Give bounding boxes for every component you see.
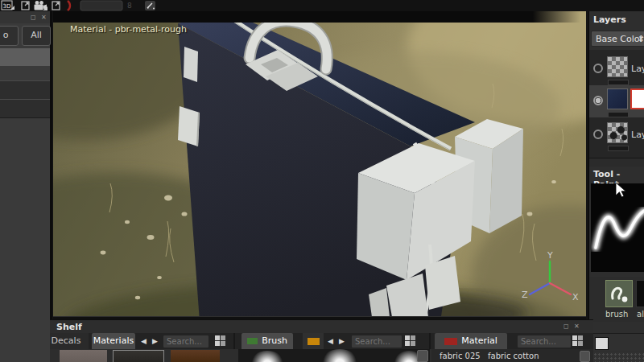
materials-search-input[interactable] (163, 335, 209, 348)
layer-opacity-bar[interactable] (608, 112, 629, 117)
3d-view-icon[interactable]: 3D (2, 1, 14, 10)
alpha-thumbnail[interactable] (636, 280, 644, 307)
red-arc-icon (68, 1, 70, 10)
close-icon[interactable]: ✕ (574, 323, 580, 331)
layer-opacity-bar[interactable] (608, 80, 629, 85)
texture-strip (589, 352, 644, 362)
tab-materials[interactable]: Materials (92, 333, 135, 349)
brush-thumbnail-label: brush (605, 310, 628, 319)
material-thumbnail[interactable] (171, 350, 220, 362)
undock-icon[interactable]: ◻ (31, 14, 36, 22)
layer-label: Lay (631, 64, 644, 74)
scene-render (53, 11, 586, 322)
orange-swatch-button[interactable] (303, 333, 324, 349)
close-icon[interactable]: ✕ (41, 14, 47, 22)
layer-mask-thumbnail-selected[interactable] (630, 88, 644, 109)
viewport-3d[interactable]: Material - pbr-metal-rough Y Z X (53, 11, 586, 322)
left-small-button[interactable]: o (0, 26, 19, 46)
shelf-panel: Shelf ◻ ✕ Decals Materials ◀ ▶ Brush ◀ ▶ (50, 319, 593, 362)
x-axis (550, 283, 571, 294)
grid-view-icon[interactable] (572, 335, 584, 347)
next-arrow-icon[interactable]: ▶ (336, 335, 347, 348)
document-icon[interactable] (52, 2, 60, 10)
toolbar-field-value: 8 (127, 2, 132, 10)
undock-icon[interactable]: ◻ (564, 323, 569, 331)
tab-brush-label: Brush (262, 335, 287, 346)
tab-material[interactable]: Material (435, 333, 507, 349)
top-toolbar: 3D 8 (0, 0, 644, 11)
material-thumbnail[interactable] (60, 350, 107, 362)
left-panel-titlebar: ◻ ✕ (0, 11, 50, 23)
prev-arrow-icon[interactable]: ◀ (325, 335, 336, 348)
channel-select[interactable]: Base Color ⇕ (591, 31, 644, 47)
tab-decals[interactable]: Decals (50, 333, 89, 349)
divider (233, 333, 235, 349)
layer-label: Lay (631, 130, 644, 140)
panel-divider (589, 158, 644, 167)
layer-radio-on[interactable] (593, 96, 603, 105)
layer-thumbnail[interactable] (607, 56, 628, 77)
toolbar-field[interactable] (80, 1, 122, 10)
layers-panel-title: Layers (593, 14, 626, 25)
layer-list: Lay Lay (589, 50, 644, 158)
brush-tip-preview[interactable] (320, 349, 359, 362)
layer-radio[interactable] (593, 64, 603, 73)
export-document-icon[interactable] (22, 2, 29, 10)
left-panel-row[interactable] (0, 99, 50, 118)
substance-painter-window: { "toolbar": { "view3d_label": "3D", "fi… (0, 0, 644, 362)
viewport-material-overlay: Material - pbr-metal-rough (70, 24, 187, 35)
grayscale-swatch-bar (589, 333, 644, 352)
material-item[interactable]: fabric cotton (488, 352, 539, 360)
layer-thumbnail[interactable] (607, 88, 628, 109)
red-swatch (444, 338, 457, 345)
brush-preview-area (238, 349, 430, 362)
material-search-input[interactable] (517, 335, 572, 348)
svg-text:3D: 3D (3, 3, 11, 10)
layer-radio[interactable] (593, 130, 603, 139)
brush-thumbnail[interactable] (605, 280, 633, 307)
layer-thumbnail[interactable] (607, 122, 628, 143)
tab-material-label: Material (461, 335, 497, 346)
channel-updown-icon: ⇕ (638, 31, 644, 47)
right-panel: Layers Base Color ⇕ Lay (588, 11, 644, 362)
layer-row-selected[interactable] (589, 85, 644, 117)
channel-select-value: Base Color (596, 34, 643, 44)
material-thumbnail-selected[interactable] (113, 350, 164, 362)
y-axis-label: Y (547, 250, 553, 261)
material-item[interactable]: fabric 025 (440, 352, 481, 360)
pencil-icon[interactable] (145, 1, 155, 10)
shelf-tabstrip: Decals Materials ◀ ▶ Brush ◀ ▶ Material (50, 333, 593, 349)
divider (429, 333, 431, 349)
camera-icon[interactable] (35, 1, 48, 10)
all-button[interactable]: All (22, 26, 51, 46)
color-swatch[interactable] (595, 337, 609, 350)
layer-row[interactable]: Lay (589, 119, 644, 151)
layer-row[interactable]: Lay (589, 53, 644, 85)
left-panel-row[interactable] (0, 80, 50, 100)
left-panel-bar[interactable] (0, 48, 50, 66)
brush-green-swatch (247, 338, 258, 344)
brush-tip-preview[interactable] (250, 351, 285, 362)
prev-arrow-icon[interactable]: ◀ (138, 335, 149, 348)
x-axis-label: X (572, 292, 579, 302)
z-axis (530, 283, 550, 294)
scrollbar-thumb[interactable] (417, 350, 428, 362)
next-arrow-icon[interactable]: ▶ (150, 335, 160, 348)
z-axis-label: Z (522, 290, 528, 300)
tab-brush[interactable]: Brush (242, 333, 293, 349)
material-name-list: fabric 025 fabric cotton (431, 349, 593, 362)
grid-view-icon[interactable] (404, 335, 416, 347)
layer-opacity-bar[interactable] (608, 146, 629, 151)
orange-swatch (308, 338, 320, 345)
grid-view-icon[interactable] (214, 335, 226, 347)
shelf-title: Shelf (56, 322, 82, 332)
brush-search-input[interactable] (351, 335, 402, 348)
left-panel: ◻ ✕ o All (0, 11, 52, 362)
scrollbar-thumb[interactable] (580, 351, 590, 362)
axis-gizmo[interactable]: Y Z X (519, 249, 584, 306)
tool-thumbnails: brush alp (589, 277, 644, 322)
stroke-preview (591, 183, 644, 272)
mouse-cursor-icon (615, 182, 628, 200)
alpha-thumbnail-label: alp (637, 310, 644, 319)
